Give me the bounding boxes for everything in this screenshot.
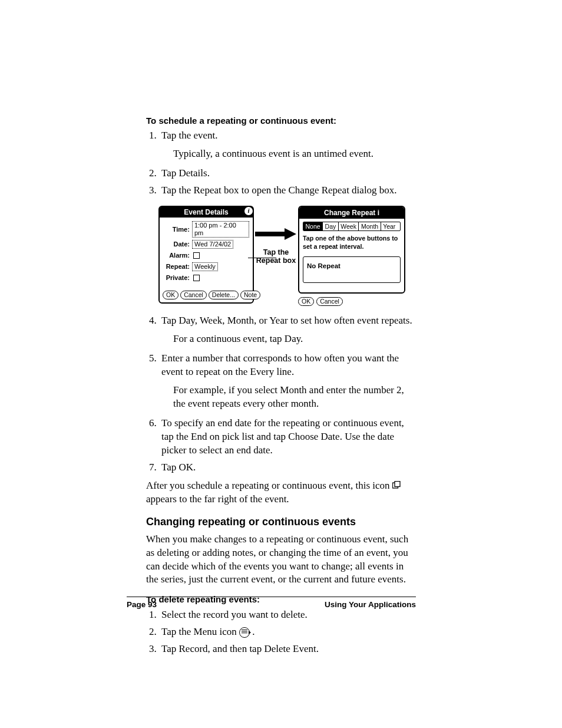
private-checkbox[interactable] — [193, 275, 200, 281]
step-text: Tap Details. — [161, 167, 210, 179]
event-details-titlebar: Event Details i — [160, 207, 253, 218]
event-details-dialog: Event Details i Time: 1:00 pm - 2:00 pm … — [158, 206, 254, 304]
date-label: Date: — [163, 240, 190, 249]
footer-section: Using Your Applications — [325, 599, 416, 610]
alarm-checkbox[interactable] — [193, 252, 200, 259]
del-step-2: Tap the Menu icon . — [159, 625, 418, 639]
ok-button[interactable]: OK — [163, 291, 178, 299]
change-repeat-dialog: Change Repeat i None Day Week Month Year… — [298, 206, 405, 306]
svg-rect-0 — [255, 232, 286, 236]
after-text-a: After you schedule a repeating or contin… — [146, 480, 392, 491]
step-1-sub: Typically, a continuous event is an unti… — [173, 147, 418, 161]
cr-cancel-button[interactable]: Cancel — [316, 297, 343, 306]
step-text-a: Tap the Menu icon — [161, 626, 239, 637]
after-text-b: appears to the far right of the event. — [146, 493, 289, 505]
step-1: Tap the event. — [159, 129, 418, 143]
step-7: Tap OK. — [159, 461, 418, 475]
step-4: Tap Day, Week, Month, or Year to set how… — [159, 314, 418, 328]
info-icon[interactable]: i — [378, 209, 379, 217]
schedule-steps-cont: Tap Details. Tap the Repeat box to open … — [146, 167, 418, 197]
repeat-label: Repeat: — [163, 262, 190, 271]
heading-schedule: To schedule a repeating or continuous ev… — [146, 115, 418, 127]
schedule-steps-4: Tap Day, Week, Month, or Year to set how… — [146, 314, 418, 328]
tab-none[interactable]: None — [303, 222, 323, 230]
connector-line — [248, 258, 276, 258]
heading-changing: Changing repeating or continuous events — [146, 515, 418, 529]
interval-hint: Tap one of the above buttons to set a re… — [303, 235, 401, 251]
step-text: To specify an end date for the repeating… — [161, 417, 404, 456]
interval-segmented: None Day Week Month Year — [303, 222, 401, 231]
date-field[interactable]: Wed 7/24/02 — [192, 240, 233, 249]
step-3: Tap the Repeat box to open the Change Re… — [159, 184, 418, 197]
tab-week[interactable]: Week — [339, 222, 359, 230]
step-text: Tap Record, and then tap Delete Event. — [161, 643, 319, 654]
event-details-title: Event Details — [184, 208, 228, 216]
delete-button[interactable]: Delete... — [209, 291, 239, 299]
change-repeat-titlebar: Change Repeat i — [299, 207, 404, 219]
step-6: To specify an end date for the repeating… — [159, 417, 418, 457]
cancel-button[interactable]: Cancel — [180, 291, 207, 299]
info-icon[interactable]: i — [243, 206, 254, 216]
repeat-diagram: Event Details i Time: 1:00 pm - 2:00 pm … — [146, 206, 418, 306]
tab-day[interactable]: Day — [323, 222, 339, 230]
arrow-column: Tap the Repeat box — [254, 206, 298, 265]
schedule-steps-6: To specify an end date for the repeating… — [146, 417, 418, 475]
footer-page: Page 93 — [127, 599, 157, 610]
tab-month[interactable]: Month — [359, 222, 381, 230]
changing-para: When you make changes to a repeating or … — [146, 533, 418, 587]
step-text: Tap Day, Week, Month, or Year to set how… — [161, 315, 412, 326]
step-5: Enter a number that corresponds to how o… — [159, 352, 418, 379]
step-text: Tap the Repeat box to open the Change Re… — [161, 185, 397, 196]
delete-steps: Select the record you want to delete. Ta… — [146, 608, 418, 656]
step-text: Tap the event. — [161, 130, 218, 141]
page-footer: Page 93 Using Your Applications — [127, 597, 416, 610]
repeat-field[interactable]: Weekly — [192, 262, 218, 271]
step-4-sub: For a continuous event, tap Day. — [173, 332, 418, 346]
step-text: Tap OK. — [161, 462, 196, 473]
alarm-label: Alarm: — [163, 251, 190, 260]
no-repeat-box: No Repeat — [303, 256, 401, 284]
step-text: Enter a number that corresponds to how o… — [161, 353, 399, 377]
tab-year[interactable]: Year — [381, 222, 398, 230]
repeat-event-icon — [392, 479, 401, 493]
del-step-1: Select the record you want to delete. — [159, 608, 418, 622]
time-label: Time: — [163, 225, 190, 234]
private-label: Private: — [163, 274, 190, 282]
del-step-3: Tap Record, and then tap Delete Event. — [159, 643, 418, 656]
step-2: Tap Details. — [159, 167, 418, 180]
time-field[interactable]: 1:00 pm - 2:00 pm — [192, 221, 249, 238]
after-schedule-para: After you schedule a repeating or contin… — [146, 479, 418, 507]
step-text: Select the record you want to delete. — [161, 609, 308, 620]
arrow-caption: Tap the Repeat box — [254, 248, 298, 265]
menu-icon — [239, 627, 250, 638]
schedule-steps: Tap the event. — [146, 129, 418, 143]
schedule-steps-5: Enter a number that corresponds to how o… — [146, 352, 418, 379]
arrow-icon — [254, 226, 298, 242]
svg-rect-3 — [395, 482, 400, 487]
note-button[interactable]: Note — [240, 291, 260, 299]
change-repeat-title: Change Repeat — [324, 209, 375, 217]
svg-marker-1 — [285, 228, 296, 240]
cr-ok-button[interactable]: OK — [298, 297, 314, 306]
step-text-b: . — [252, 626, 254, 637]
step-5-sub: For example, if you select Month and ent… — [173, 384, 418, 411]
